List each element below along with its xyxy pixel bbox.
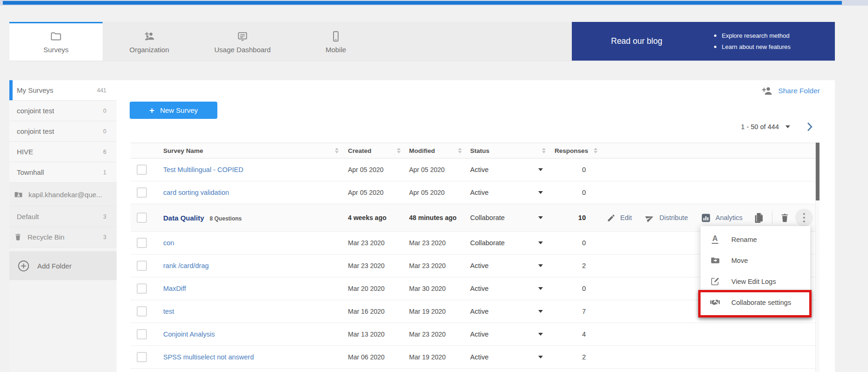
trash-icon (14, 233, 22, 241)
dashboard-icon (236, 30, 249, 42)
caret-down-icon[interactable] (538, 241, 543, 244)
divider (772, 212, 772, 224)
sidebar-item-default[interactable]: Default 3 (9, 207, 117, 227)
sort-icon[interactable] (397, 148, 401, 153)
created-cell: Apr 05 2020 (343, 189, 404, 196)
caret-down-icon[interactable] (538, 333, 543, 336)
sidebar-item-recycle-bin[interactable]: Recycle Bin 3 (9, 227, 117, 248)
survey-name-link[interactable]: con (163, 239, 174, 247)
survey-name-link[interactable]: Test Multilingual - COPIED (163, 166, 243, 173)
caret-down-icon[interactable] (538, 356, 543, 358)
caret-down-icon[interactable] (538, 287, 543, 290)
status-label: Active (470, 262, 489, 269)
share-folder-button[interactable]: Share Folder (761, 86, 820, 96)
new-survey-button[interactable]: + New Survey (130, 102, 217, 119)
created-cell: Mar 23 2020 (343, 262, 404, 269)
caret-down-icon[interactable] (538, 191, 543, 194)
menu-item-view-edit-logs[interactable]: View Edit Logs (701, 271, 810, 292)
responses-count: 0 (549, 239, 593, 247)
survey-name-link[interactable]: card sorting validation (163, 189, 229, 196)
status-dropdown[interactable]: Active (465, 166, 549, 173)
survey-name-link[interactable]: Conjoint Analysis (163, 331, 215, 338)
tab-label: Surveys (43, 46, 69, 54)
row-checkbox[interactable] (137, 283, 147, 294)
status-dropdown[interactable]: Active (465, 353, 549, 361)
status-dropdown[interactable]: Active (465, 262, 549, 269)
survey-name-link[interactable]: MaxDiff (163, 285, 186, 292)
status-label: Active (470, 189, 489, 196)
modified-cell: Mar 19 2020 (404, 353, 465, 361)
caret-down-icon[interactable] (538, 264, 543, 267)
modified-cell: Mar 30 2020 (404, 285, 465, 292)
main-navigation: Surveys Organization Usage Dashboard Mob… (9, 22, 835, 61)
status-dropdown[interactable]: Active (465, 285, 549, 292)
row-checkbox[interactable] (137, 261, 147, 271)
sidebar-item-shared-account[interactable]: kapil.khandekar@que... (9, 183, 117, 207)
sort-icon[interactable] (458, 148, 462, 153)
move-folder-icon (710, 255, 720, 265)
row-checkbox[interactable] (137, 165, 147, 175)
next-page-button[interactable] (807, 122, 812, 131)
created-cell: Mar 20 2020 (343, 285, 404, 292)
tab-surveys[interactable]: Surveys (9, 22, 103, 61)
surveys-panel: Share Folder + New Survey 1 - 50 of 444 … (117, 80, 835, 372)
created-cell: Mar 23 2020 (343, 239, 404, 247)
sidebar-item-my-surveys[interactable]: My Surveys 441 (9, 80, 117, 101)
sidebar-item-conjoint-test-1[interactable]: conjoint test 0 (9, 101, 117, 121)
caret-down-icon[interactable] (538, 216, 543, 219)
question-count: 8 Questions (210, 215, 242, 222)
status-dropdown[interactable]: Active (465, 189, 549, 196)
sidebar-item-conjoint-test-2[interactable]: conjoint test 0 (9, 121, 117, 142)
caret-down-icon[interactable] (538, 168, 543, 171)
row-checkbox[interactable] (137, 238, 147, 248)
modified-cell: Apr 05 2020 (404, 166, 465, 173)
tab-usage-dashboard[interactable]: Usage Dashboard (196, 22, 289, 61)
responses-count: 10 (549, 214, 593, 221)
add-people-icon (143, 30, 156, 42)
pencil-icon (607, 214, 616, 222)
status-dropdown[interactable]: Collaborate (465, 214, 549, 221)
table-scrollbar[interactable] (815, 143, 819, 372)
row-context-menu: A Rename Move View Edit Logs Collaborat (701, 226, 810, 316)
menu-item-move[interactable]: Move (701, 250, 810, 271)
distribute-button[interactable]: Distribute (645, 213, 688, 223)
row-checkbox[interactable] (137, 352, 147, 362)
status-dropdown[interactable]: Active (465, 308, 549, 315)
caret-down-icon[interactable] (538, 310, 543, 313)
tab-organization[interactable]: Organization (103, 22, 196, 61)
row-checkbox[interactable] (137, 306, 147, 317)
responses-count: 0 (549, 166, 593, 173)
created-cell: Apr 05 2020 (343, 166, 404, 173)
status-dropdown[interactable]: Collaborate (465, 239, 549, 247)
survey-name-link[interactable]: rank /card/drag (163, 262, 209, 269)
sort-icon[interactable] (594, 148, 597, 153)
table-row: SPSS multiselect not answerd Mar 06 2020… (131, 346, 819, 369)
sort-icon[interactable] (542, 148, 546, 153)
responses-count: 4 (549, 331, 593, 338)
sort-icon[interactable] (335, 148, 339, 153)
menu-item-rename[interactable]: A Rename (701, 229, 810, 250)
survey-name-link[interactable]: Data Quality (163, 214, 204, 222)
row-checkbox[interactable] (137, 213, 147, 223)
folder-count: 3 (103, 214, 106, 220)
survey-name-link[interactable]: SPSS multiselect not answerd (163, 353, 254, 361)
delete-button[interactable] (780, 213, 790, 223)
caret-down-icon[interactable] (785, 125, 790, 128)
add-person-icon (761, 86, 772, 96)
read-our-blog-link[interactable]: Read our blog (611, 36, 662, 46)
sidebar-item-hive[interactable]: HIVE 6 (9, 142, 117, 162)
sidebar-item-townhall[interactable]: Townhall 1 (9, 162, 117, 183)
row-checkbox[interactable] (137, 187, 147, 198)
row-checkbox[interactable] (137, 329, 147, 339)
more-actions-button[interactable] (795, 209, 813, 227)
copy-button[interactable] (753, 212, 764, 224)
status-dropdown[interactable]: Active (465, 331, 549, 338)
status-label: Active (470, 285, 489, 292)
edit-button[interactable]: Edit (607, 214, 632, 222)
tab-mobile[interactable]: Mobile (289, 22, 382, 61)
menu-item-collaborate-settings[interactable]: Collaborate settings (701, 292, 810, 313)
survey-name-link[interactable]: test (163, 308, 174, 315)
analytics-button[interactable]: Analytics (701, 213, 743, 223)
scrollbar-thumb[interactable] (816, 143, 819, 200)
add-folder-button[interactable]: Add Folder (9, 251, 117, 280)
